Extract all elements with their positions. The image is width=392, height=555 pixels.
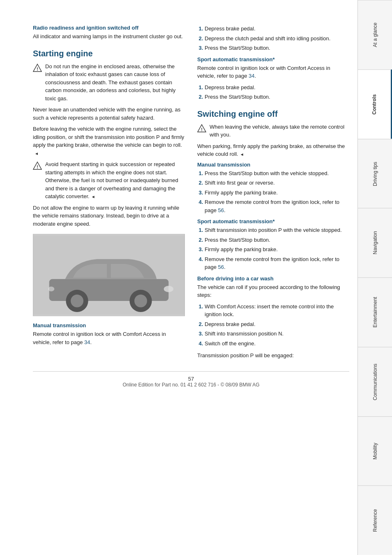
carwash-heading: Before driving into a car wash [197, 275, 349, 282]
manual-off-step-3: Firmly apply the parking brake. [205, 189, 349, 197]
switching-body: When parking, firmly apply the parking b… [197, 142, 349, 158]
carwash-steps-list: With Comfort Access: insert the remote c… [197, 303, 349, 348]
sport-auto-step-1: Depress brake pedal. [205, 83, 349, 92]
warning-block-1: ! Do not run the engine in enclosed area… [33, 62, 185, 103]
svg-point-7 [71, 294, 83, 307]
manual-off-heading: Manual transmission [197, 162, 349, 168]
sidebar-tab-controls[interactable]: Controls [358, 69, 392, 139]
page-number: 57 [33, 376, 349, 382]
triangle-marker-1: ◄ [35, 150, 39, 157]
triangle-marker-2: ◄ [91, 194, 95, 200]
triangle-warning-icon-2: ! [33, 161, 42, 170]
sport-auto-off-step-3: Firmly apply the parking brake. [205, 245, 349, 254]
svg-text:!: ! [37, 164, 38, 169]
svg-point-11 [48, 287, 54, 291]
warning-text-2: Avoid frequent starting in quick success… [45, 160, 185, 201]
radio-heading: Radio readiness and ignition switched of… [33, 25, 185, 31]
sidebar-tab-entertainment[interactable]: Entertainment [358, 278, 392, 347]
manual-off-step-2: Shift into first gear or reverse. [205, 179, 349, 187]
switching-engine-heading: Switching engine off [197, 109, 349, 119]
carwash-step-3: Shift into transmission position N. [205, 330, 349, 338]
sidebar-tab-reference[interactable]: Reference [358, 486, 392, 555]
switching-triangle: ◄ [240, 151, 244, 157]
manual-off-link[interactable]: 56 [218, 207, 224, 213]
manual-transmission-link[interactable]: 34 [84, 339, 90, 345]
carwash-step-2: Depress brake pedal. [205, 320, 349, 328]
sport-auto-off-steps-list: Shift transmission into position P with … [197, 226, 349, 271]
car-illustration [33, 234, 184, 316]
carwash-step-4: Switch off the engine. [205, 340, 349, 348]
manual-step-1: Depress brake pedal. [205, 25, 349, 33]
left-column: Radio readiness and ignition switched of… [33, 25, 185, 363]
warning-icon-2: ! [33, 161, 42, 201]
sport-auto-off-step-2: Press the Start/Stop button. [205, 236, 349, 244]
body-text-1: Never leave an unattended vehicle with t… [33, 106, 185, 122]
sport-auto-steps-list: Depress brake pedal. Press the Start/Sto… [197, 83, 349, 101]
switching-warning-icon: ! [197, 124, 206, 139]
manual-off-step-4: Remove the remote control from the ignit… [205, 198, 349, 214]
sport-auto-off-step-4: Remove the remote control from the ignit… [205, 255, 349, 271]
svg-text:!: ! [201, 127, 203, 132]
manual-steps-list: Depress brake pedal. Depress the clutch … [197, 25, 349, 52]
warning-icon-1: ! [33, 63, 42, 103]
manual-transmission-left-heading: Manual transmission [33, 322, 185, 328]
sidebar-tab-communications[interactable]: Communications [358, 347, 392, 416]
body-text-3: Do not allow the engine to warm up by le… [33, 204, 185, 228]
sidebar-tab-at-a-glance[interactable]: At a glance [358, 0, 392, 69]
sidebar-tab-navigation[interactable]: Navigation [358, 208, 392, 278]
sport-auto-off-link[interactable]: 56 [218, 264, 224, 270]
switching-warning-text: When leaving the vehicle, always take th… [210, 123, 349, 139]
sport-auto-body: Remote control in ignition lock or with … [197, 64, 349, 80]
sport-auto-link[interactable]: 34 [249, 73, 254, 79]
warning-block-2: ! Avoid frequent starting in quick succe… [33, 160, 185, 201]
sidebar-tab-mobility[interactable]: Mobility [358, 416, 392, 486]
switching-warning-block: ! When leaving the vehicle, always take … [197, 123, 349, 139]
footer-text: Online Edition for Part no. 01 41 2 602 … [33, 382, 349, 388]
manual-step-2: Depress the clutch pedal and shift into … [205, 35, 349, 43]
svg-point-10 [164, 286, 173, 292]
radio-body: All indicator and warning lamps in the i… [33, 32, 185, 41]
sidebar: At a glance Controls Driving tips Naviga… [357, 0, 392, 555]
sport-auto-off-heading: Sport automatic transmission* [197, 218, 349, 224]
sport-auto-heading: Sport automatic transmission* [197, 56, 349, 62]
warning-text-1: Do not run the engine in enclosed areas,… [45, 62, 185, 103]
sidebar-tab-driving-tips[interactable]: Driving tips [358, 139, 392, 208]
carwash-footer: Transmission position P will be engaged: [197, 352, 349, 360]
manual-step-3: Press the Start/Stop button. [205, 44, 349, 52]
manual-transmission-left-body: Remote control in ignition lock or with … [33, 330, 185, 346]
starting-engine-heading: Starting engine [33, 49, 185, 58]
manual-off-steps-list: Press the Start/Stop button with the veh… [197, 169, 349, 215]
carwash-body: The vehicle can roll if you proceed acco… [197, 283, 349, 299]
page-footer: 57 Online Edition for Part no. 01 41 2 6… [33, 371, 349, 392]
body-text-2: Before leaving the vehicle with the engi… [33, 125, 185, 157]
car-image [33, 234, 185, 316]
carwash-step-1: With Comfort Access: insert the remote c… [205, 303, 349, 319]
triangle-warning-icon-1: ! [33, 63, 42, 72]
sport-auto-step-2: Press the Start/Stop button. [205, 93, 349, 101]
svg-point-9 [134, 294, 147, 307]
svg-text:!: ! [37, 67, 38, 72]
manual-off-step-1: Press the Start/Stop button with the veh… [205, 169, 349, 178]
triangle-warning-icon-3: ! [197, 124, 206, 133]
sport-auto-off-step-1: Shift transmission into position P with … [205, 226, 349, 234]
right-column: Depress brake pedal. Depress the clutch … [197, 25, 349, 363]
